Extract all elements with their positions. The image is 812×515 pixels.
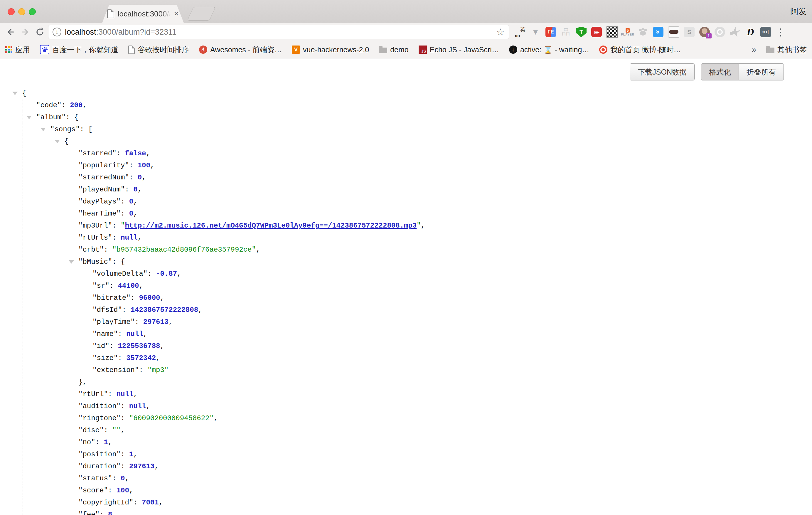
indent-guide [23, 171, 23, 183]
json-token: , [143, 330, 147, 338]
collapse-toggle-icon[interactable] [12, 92, 18, 95]
bookmark-label: Echo JS - JavaScri… [430, 46, 499, 54]
address-bar[interactable]: i localhost:3000/album?id=32311 ☆ [48, 25, 509, 39]
mask-extension-icon[interactable] [668, 26, 679, 37]
json-token: , [125, 475, 129, 482]
json-line: "rtUrls": null, [0, 232, 812, 244]
json-token: "mp3" [147, 366, 169, 374]
translate-extension-icon[interactable]: 英en [515, 27, 525, 37]
json-line: "size": 3572342, [0, 352, 812, 364]
indent-guide [23, 220, 23, 232]
indent-guide [23, 364, 23, 376]
collapse-toggle-icon[interactable] [69, 260, 74, 264]
fastforward-extension-icon[interactable]: ▶▶ [591, 27, 602, 37]
tab-strip: localhost:3000/album?id=323 × 阿发 [0, 0, 812, 23]
close-window-button[interactable] [8, 8, 15, 15]
fullscreen-window-button[interactable] [29, 8, 36, 15]
json-token: , [121, 426, 125, 434]
indent-guide [37, 460, 37, 473]
qrcode-extension-icon[interactable] [607, 26, 618, 37]
sitemap-extension-icon[interactable]: 品 [561, 27, 571, 37]
json-line: "disc": "", [0, 424, 812, 436]
collapse-all-button[interactable]: 折叠所有 [739, 63, 784, 81]
collapse-toggle-icon[interactable] [26, 116, 32, 119]
vue-icon: V [292, 46, 300, 54]
indent-guide [37, 328, 37, 340]
json-token: 0 [129, 210, 133, 218]
weibo-gray-extension-icon[interactable] [715, 27, 725, 37]
d-extension-icon[interactable]: D [745, 27, 756, 37]
json-line: { [0, 87, 812, 99]
password-extension-icon[interactable]: •••| [760, 27, 771, 37]
pushbullet-extension-icon[interactable]: » [653, 27, 663, 37]
json-token: "playedNum": [78, 185, 133, 194]
page-icon [128, 46, 135, 54]
close-tab-icon[interactable]: × [174, 10, 179, 18]
bookmark-item[interactable]: AAwesomes - 前端资… [199, 45, 282, 55]
bookmark-item[interactable]: demo [379, 46, 409, 54]
indent-guide [23, 244, 23, 256]
baidu-paw-icon [40, 45, 49, 54]
json-token: 44100 [118, 282, 139, 290]
indent-guide [37, 135, 37, 147]
s-extension-icon[interactable]: S [684, 27, 695, 37]
json-token: , [133, 198, 137, 205]
other-bookmarks-folder[interactable]: 其他书签 [766, 45, 807, 55]
bookmark-item[interactable]: ↓active: ⌛ - waiting… [509, 46, 589, 54]
bookmark-item[interactable]: 百度一下，你就知道 [40, 45, 118, 55]
bookmark-item[interactable]: JSEcho JS - JavaScri… [418, 46, 499, 54]
json-line: "ringtone": "600902000009458622", [0, 412, 812, 424]
bookmark-item[interactable]: 谷歌按时间排序 [128, 45, 189, 55]
collapse-toggle-icon[interactable] [55, 140, 60, 143]
extension-badge: 1 [706, 33, 712, 38]
json-token: 1 [129, 450, 133, 458]
collapse-toggle-icon[interactable] [40, 128, 46, 131]
back-button[interactable] [4, 26, 17, 38]
new-tab-button[interactable] [187, 7, 215, 21]
indent-guide [23, 280, 23, 292]
indent-guide [65, 460, 65, 473]
toolbar-actions: 下载JSON数据 格式化 折叠所有 [630, 63, 784, 81]
minimize-window-button[interactable] [18, 8, 25, 15]
indent-guide [23, 424, 23, 436]
html5-player-extension-icon[interactable]: 5PLAYER [622, 27, 633, 37]
fe-extension-icon[interactable]: FE [546, 27, 556, 37]
bookmarks-overflow-chevron[interactable]: » [752, 45, 756, 54]
forward-button[interactable] [19, 26, 32, 38]
json-token: "name": [92, 330, 126, 338]
vue-extension-icon[interactable]: ▼ [530, 27, 541, 37]
tampermonkey-extension-icon[interactable]: T [576, 27, 586, 37]
json-token: { [64, 137, 68, 145]
monkey-extension-icon[interactable]: 1 [699, 27, 710, 37]
bookmark-item[interactable]: Vvue-hackernews-2.0 [292, 46, 369, 54]
json-token: "audition": [78, 402, 129, 410]
reload-button[interactable] [33, 26, 47, 38]
json-token: "copyrightId": [78, 498, 142, 507]
bookmark-item[interactable]: 我的首页 微博-随时… [599, 45, 681, 55]
bookmark-star-icon[interactable]: ☆ [496, 26, 505, 37]
json-token: "size": [92, 354, 126, 362]
indent-guide [37, 147, 37, 160]
indent-guide [37, 316, 37, 328]
format-button[interactable]: 格式化 [701, 63, 739, 81]
json-line: "bitrate": 96000, [0, 292, 812, 304]
indent-guide [65, 292, 65, 304]
json-token: 3572342 [126, 354, 156, 362]
mp3-url-link[interactable]: http://m2.music.126.net/mO4G5dQ7WPm3Le0l… [125, 222, 416, 230]
info-icon[interactable]: i [53, 28, 61, 36]
hummingbird-extension-icon[interactable] [730, 27, 741, 37]
translate-target-glyph: 英 [520, 26, 525, 33]
indent-guide [37, 280, 37, 292]
bookmark-item[interactable]: 应用 [5, 45, 30, 55]
indent-guide [37, 364, 37, 376]
json-line: "rtUrl": null, [0, 388, 812, 400]
json-token: , [108, 438, 112, 446]
browser-menu-icon[interactable]: ⋮ [776, 26, 786, 38]
browser-tab[interactable]: localhost:3000/album?id=323 × [102, 5, 184, 23]
json-token: , [156, 354, 160, 362]
indent-guide [37, 400, 37, 412]
download-json-button[interactable]: 下载JSON数据 [630, 63, 695, 81]
json-token: 1423867572222808 [130, 306, 198, 314]
paw-extension-icon[interactable] [638, 27, 648, 37]
indent-guide [65, 424, 65, 436]
